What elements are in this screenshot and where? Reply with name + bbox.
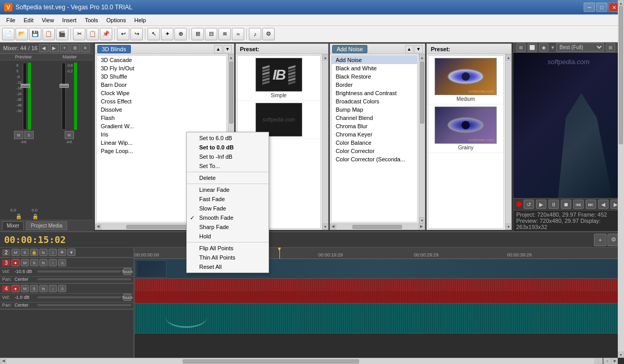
fx-item-add-noise[interactable]: Add Noise [332, 56, 417, 64]
menu-options[interactable]: Options [102, 14, 130, 25]
tool-zoom[interactable]: ⊕ [174, 28, 187, 40]
preset-scroll-down-1[interactable]: ▼ [322, 223, 328, 230]
track-3-solo[interactable]: S [30, 259, 38, 266]
fx-item-border[interactable]: Border [332, 81, 417, 89]
scroll-down-btn-2[interactable]: ▼ [419, 217, 425, 223]
track-3-mute[interactable]: M [21, 259, 29, 266]
ctx-slow-fade[interactable]: Slow Fade [187, 204, 269, 213]
ctx-delete[interactable]: Delete [187, 173, 269, 183]
transport-prev[interactable]: ⏮ [573, 200, 584, 209]
fx-scroll-down-2[interactable]: ▼ [414, 45, 423, 53]
ctx-thin-all[interactable]: Thin All Points [187, 253, 269, 262]
ctx-set-inf[interactable]: Set to -Inf dB [187, 152, 269, 161]
track-3-fx[interactable]: fx [39, 259, 48, 266]
timeline-vscrollbar[interactable]: ▲ ▼ [618, 248, 624, 358]
track-4-input[interactable]: ↓ [49, 285, 57, 292]
mixer-close-btn[interactable]: ✕ [81, 44, 90, 52]
ctx-smooth-fade[interactable]: Smooth Fade [187, 213, 269, 222]
mixer-add-btn[interactable]: + [60, 44, 69, 52]
track-2-eye[interactable]: 👁 [58, 249, 66, 256]
preset-scrollbar-1[interactable]: ▲ ▼ [322, 54, 328, 230]
track-2-lock[interactable]: 🔒 [30, 249, 38, 256]
undo-button[interactable]: ↩ [117, 28, 129, 40]
fx-item-chroma-blur[interactable]: Chroma Blur [332, 122, 417, 130]
fx-item-color-corrector[interactable]: Color Corrector [332, 147, 417, 155]
minimize-button[interactable]: ─ [584, 3, 595, 12]
ctx-hold[interactable]: Hold [187, 232, 269, 241]
tl-zoom-in[interactable]: + [603, 358, 612, 364]
fx-scroll-up-1[interactable]: ▲ [214, 45, 222, 53]
save-button[interactable]: 💾 [29, 28, 41, 40]
preset-scroll-up-1[interactable]: ▲ [322, 54, 328, 60]
tool-select[interactable]: ↖ [147, 28, 160, 40]
transport-play[interactable]: ▶ [536, 200, 546, 209]
preset-item-grainy[interactable]: softpedia.com Grainy [428, 104, 503, 153]
ctx-reset-all[interactable]: Reset All [187, 262, 269, 271]
track-3-touch-btn[interactable]: Touch [123, 268, 131, 275]
ctx-set-to[interactable]: Set To... [187, 161, 269, 171]
vp-circle-btn[interactable]: ◉ [539, 43, 548, 52]
tl-zoom-out[interactable]: - [595, 358, 603, 364]
preview-solo[interactable]: S [24, 131, 34, 139]
quality-select[interactable]: Best (Full) Good (Half) Draft (Quarter) [556, 43, 604, 52]
grid-snap[interactable]: ⊟ [205, 28, 217, 40]
fx-item-gradient[interactable]: Gradient W... [97, 122, 226, 130]
fx-item-cross-effect[interactable]: Cross Effect [97, 97, 226, 105]
menu-view[interactable]: View [38, 14, 58, 25]
track-3-arm[interactable]: ⚠ [58, 259, 66, 266]
scroll-up-btn-2[interactable]: ▲ [419, 54, 425, 60]
ripple[interactable]: ≋ [218, 28, 231, 40]
fx-scrollbar-2[interactable]: ▲ ▼ [419, 54, 425, 223]
master-mute[interactable]: M [65, 131, 74, 139]
scroll-thumb-1[interactable] [229, 62, 233, 124]
menu-edit[interactable]: Edit [20, 14, 38, 25]
vp-fullscreen-btn[interactable]: ⬜ [528, 43, 537, 52]
tl-hscroll-right[interactable]: ▶ [612, 358, 618, 364]
properties-button[interactable]: ⚙ [262, 28, 275, 40]
ctx-set-0db[interactable]: Set to 0.0 dB [187, 143, 269, 152]
track-2-mute[interactable]: M [11, 249, 20, 256]
track-2-expand[interactable]: ↕ [49, 249, 57, 256]
preview-fader-knob[interactable] [21, 84, 30, 88]
auto-ripple[interactable]: ≈ [232, 28, 244, 40]
fx-item-color-balance[interactable]: Color Balance [332, 139, 417, 147]
track-4-mute[interactable]: M [21, 285, 29, 292]
fx-item-3d-cascade[interactable]: 3D Cascade [97, 56, 226, 64]
timeline-hscrollbar[interactable]: ◀ - + ▶ [135, 358, 618, 364]
preset-item-simple[interactable]: IB [237, 56, 320, 101]
fx-item-brightness-contrast[interactable]: Brightness and Contrast [332, 89, 417, 97]
track-4-pan-slider[interactable] [37, 304, 131, 306]
track-2-solo[interactable]: S [21, 249, 29, 256]
save-as-button[interactable]: 📋 [42, 28, 55, 40]
menu-tools[interactable]: Tools [81, 14, 102, 25]
transport-next[interactable]: ⏭ [586, 200, 596, 209]
track-2-fx[interactable]: fx [39, 249, 48, 256]
transport-stop[interactable]: ⏹ [561, 200, 571, 209]
menu-file[interactable]: File [2, 14, 20, 25]
mixer-prev-btn[interactable]: ◀ [39, 44, 49, 52]
menu-insert[interactable]: Insert [58, 14, 81, 25]
transport-prev-frame[interactable]: ◀ [598, 200, 608, 209]
fx-scroll-down-1[interactable]: ▼ [224, 45, 232, 53]
render-button[interactable]: 🎬 [56, 28, 68, 40]
ctx-fast-fade[interactable]: Fast Fade [187, 194, 269, 204]
scroll-up-btn-1[interactable]: ▲ [228, 54, 234, 60]
mixer-toggle[interactable]: ♪ [249, 28, 261, 40]
fx-dropdown-2[interactable]: Add Noise [332, 45, 368, 53]
ctx-set-6db[interactable]: Set to 6.0 dB [187, 133, 269, 143]
fx-item-channel-blend[interactable]: Channel Blend [332, 114, 417, 122]
track-3-input[interactable]: ↓ [49, 259, 57, 266]
tab-project-media[interactable]: Project Media [26, 221, 67, 230]
menu-help[interactable]: Help [130, 14, 150, 25]
ctx-flip-all[interactable]: Flip All Points [187, 244, 269, 253]
track-3-rec[interactable]: ● [11, 259, 20, 266]
track-4-touch-btn[interactable]: Touch [123, 294, 131, 301]
open-button[interactable]: 📂 [16, 28, 28, 40]
hscroll-left-1[interactable]: ◀ [95, 223, 101, 230]
mixer-next-btn[interactable]: ▶ [50, 44, 59, 52]
ctx-sharp-fade[interactable]: Sharp Fade [187, 222, 269, 232]
playhead[interactable] [279, 248, 280, 259]
track-4-fx[interactable]: fx [39, 285, 48, 292]
enable-snapping[interactable]: ⊞ [191, 28, 204, 40]
preset-scroll-down-2[interactable]: ▼ [506, 223, 511, 230]
